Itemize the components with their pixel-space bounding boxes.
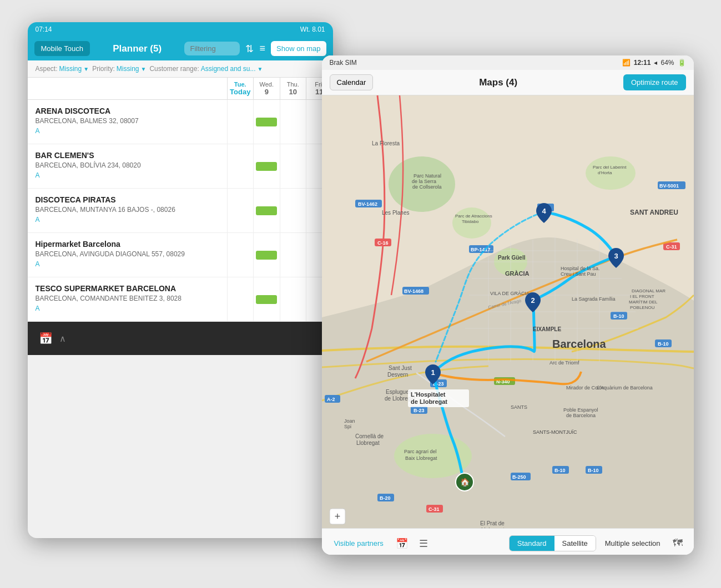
satellite-view-button[interactable]: Satellite	[554, 536, 596, 551]
svg-text:de Llobregat: de Llobregat	[411, 398, 447, 405]
customer-list: ARENA DISCOTECA BARCELONA, BALMES 32, 08…	[28, 100, 333, 322]
svg-text:B-250: B-250	[512, 474, 526, 480]
calendar-header: Tue. Today Wed. 9 Thu. 10 Fri. 11	[28, 78, 333, 100]
optimize-route-button[interactable]: Optimize route	[623, 74, 686, 90]
svg-text:Arc de Triomf: Arc de Triomf	[549, 360, 579, 366]
svg-text:Llobregat: Llobregat	[356, 440, 380, 446]
standard-view-button[interactable]: Standard	[510, 536, 554, 551]
customer-name: Hipermarket Barcelona	[36, 240, 219, 249]
svg-text:BV-5001: BV-5001	[659, 183, 679, 189]
svg-text:SANT ANDREU: SANT ANDREU	[630, 209, 678, 216]
svg-text:Esplugues: Esplugues	[386, 389, 412, 395]
calendar-icon[interactable]: 📅	[39, 332, 53, 345]
svg-text:BV-1468: BV-1468	[404, 288, 423, 294]
planner-time: 07:14	[36, 26, 52, 33]
cal-cell	[254, 233, 280, 277]
maps-tablet: Brak SIM 📶 12:11 ◂ 64% 🔋 Calendar Maps (…	[322, 55, 694, 555]
svg-text:Parc Natural: Parc Natural	[414, 173, 441, 179]
home-marker[interactable]: 🏠	[456, 473, 473, 491]
calendar-day-today: Tue. Today	[228, 78, 254, 99]
calendar-button[interactable]: Calendar	[330, 74, 374, 90]
svg-text:Creu i Sant Pau: Creu i Sant Pau	[561, 271, 596, 277]
svg-text:B-10: B-10	[588, 468, 599, 473]
multiple-selection-button[interactable]: Multiple selection	[601, 536, 665, 551]
svg-text:GRÀCIA: GRÀCIA	[505, 270, 529, 277]
schedule-bar	[256, 251, 277, 260]
table-row[interactable]: TESCO SUPERMARKET BARCELONA BARCELONA, C…	[28, 277, 333, 322]
customer-info: DISCOTECA PIRATAS BARCELONA, MUNTANYA 16…	[28, 189, 228, 232]
priority-label: Priority:	[92, 65, 115, 73]
maps-carrier: Brak SIM	[330, 59, 357, 67]
chevron-up-icon[interactable]: ∧	[59, 333, 66, 344]
customer-info: Hipermarket Barcelona BARCELONA, AVINGUD…	[28, 233, 228, 277]
filter-icon[interactable]: ⇅	[245, 43, 254, 55]
svg-text:1: 1	[431, 368, 435, 377]
calendar-day-9: Wed. 9	[254, 78, 280, 99]
table-row[interactable]: DISCOTECA PIRATAS BARCELONA, MUNTANYA 16…	[28, 189, 333, 233]
cal-cell	[228, 189, 254, 232]
search-input[interactable]	[184, 42, 240, 55]
calendar-cells	[228, 189, 333, 232]
battery-label: 64%	[661, 59, 674, 67]
svg-text:Cornellà de: Cornellà de	[355, 433, 384, 439]
table-row[interactable]: BAR CLEMEN'S BARCELONA, BOLÍVIA 234, 080…	[28, 144, 333, 189]
maps-status-bar: Brak SIM 📶 12:11 ◂ 64% 🔋	[322, 55, 694, 70]
customer-name: ARENA DISCOTECA	[36, 107, 219, 115]
svg-text:I EL FRONT: I EL FRONT	[630, 294, 654, 299]
maps-top-bar: Calendar Maps (4) Optimize route	[322, 70, 694, 95]
maps-title: Maps (4)	[380, 77, 617, 88]
planner-title: Planner (5)	[95, 43, 179, 54]
cal-cell	[228, 144, 254, 188]
svg-text:C-16: C-16	[377, 240, 389, 246]
map-container[interactable]: Parc Natural de la Serra de Collserola P…	[322, 95, 694, 528]
aspect-chevron-icon: ▼	[83, 66, 89, 72]
zoom-in-button[interactable]: +	[330, 509, 345, 524]
planner-bottom-bar: 📅 ∧	[28, 322, 333, 355]
schedule-bar	[256, 295, 277, 304]
customer-address: BARCELONA, BOLÍVIA 234, 08020	[36, 161, 219, 169]
svg-text:Hospital de la Sa.: Hospital de la Sa.	[561, 266, 600, 271]
svg-text:Sant Just: Sant Just	[389, 365, 412, 371]
svg-text:BV-1462: BV-1462	[358, 201, 377, 207]
svg-text:Les Planes: Les Planes	[382, 210, 409, 216]
cal-cell	[254, 189, 280, 232]
day-num-9: 9	[256, 88, 278, 96]
table-row[interactable]: Hipermarket Barcelona BARCELONA, AVINGUD…	[28, 233, 333, 277]
sort-icon[interactable]: ≡	[259, 43, 265, 54]
mobile-touch-button[interactable]: Mobile Touch	[34, 41, 90, 56]
day-label-today: Tue.	[234, 81, 246, 88]
maps-bottom-bar: Visible partners 📅 ☰ Standard Satellite …	[322, 528, 694, 555]
table-row[interactable]: ARENA DISCOTECA BARCELONA, BALMES 32, 08…	[28, 100, 333, 144]
customer-info: ARENA DISCOTECA BARCELONA, BALMES 32, 08…	[28, 100, 228, 144]
status-icons: 📶 12:11 ◂ 64% 🔋	[622, 59, 686, 67]
customer-range-filter[interactable]: Customer range: Assigned and su... ▼	[149, 65, 263, 73]
show-on-map-button[interactable]: Show on map	[271, 41, 326, 56]
svg-text:MARÍTIM DEL: MARÍTIM DEL	[629, 300, 658, 305]
wifi-icon: 📶	[622, 59, 631, 67]
customer-range-chevron-icon: ▼	[258, 66, 263, 72]
calendar-tool-button[interactable]: 📅	[392, 534, 411, 553]
svg-text:L'Hospitalet: L'Hospitalet	[411, 391, 446, 398]
svg-text:Desvern: Desvern	[387, 372, 408, 378]
map-layer-button[interactable]: 🗺	[669, 534, 686, 552]
list-tool-button[interactable]: ☰	[416, 534, 431, 553]
svg-text:Parc agrari del: Parc agrari del	[404, 449, 437, 454]
customer-info: BAR CLEMEN'S BARCELONA, BOLÍVIA 234, 080…	[28, 144, 228, 188]
planner-status-bar: 07:14 Wt. 8.01	[28, 22, 333, 37]
aspect-value: Missing	[59, 65, 82, 73]
customer-tag: A	[36, 216, 219, 224]
customer-name: DISCOTECA PIRATAS	[36, 195, 219, 204]
priority-filter[interactable]: Priority: Missing ▼	[92, 65, 146, 73]
customer-range-label: Customer range:	[149, 65, 199, 73]
map-view-toggle: Standard Satellite	[509, 535, 596, 551]
svg-text:Joan: Joan	[344, 418, 355, 424]
svg-text:Tibidabo: Tibidabo	[462, 219, 479, 224]
visible-partners-button[interactable]: Visible partners	[330, 536, 388, 551]
day-num-10: 10	[283, 88, 304, 96]
maps-time: 12:11	[634, 59, 651, 67]
customer-range-value: Assigned and su...	[201, 65, 256, 73]
cal-cell	[228, 233, 254, 277]
aspect-filter[interactable]: Aspect: Missing ▼	[36, 65, 89, 73]
svg-text:de Collserola: de Collserola	[412, 184, 442, 190]
cal-cell	[254, 277, 280, 321]
